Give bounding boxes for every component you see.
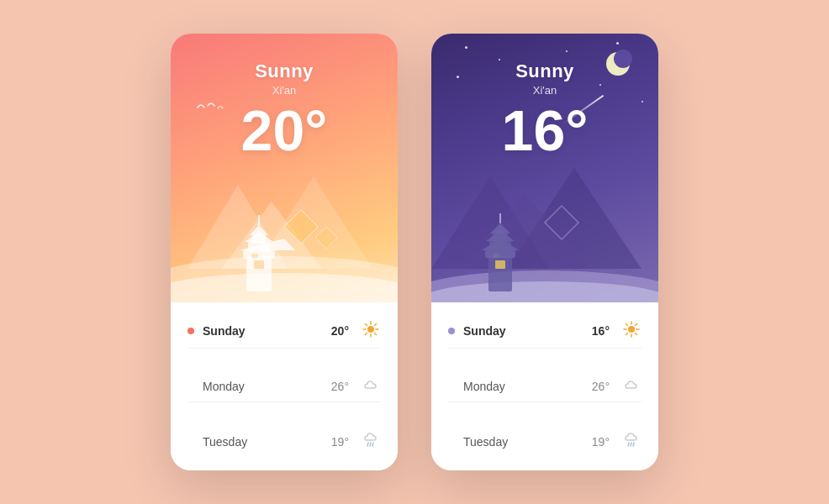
night-weather-label: Sunny — [515, 60, 574, 82]
night-forecast-row-sunday: Sunday 16° — [448, 314, 642, 349]
night-forecast-temp-tuesday: 19° — [592, 435, 610, 449]
svg-point-17 — [367, 326, 374, 333]
svg-line-58 — [633, 443, 634, 446]
svg-point-30 — [614, 50, 632, 68]
svg-line-57 — [631, 443, 631, 446]
day-forecast-row-tuesday: Tuesday 19° — [187, 425, 381, 459]
star-2 — [499, 59, 500, 60]
night-forecast-row-monday: Monday 26° — [448, 371, 642, 402]
day-forecast-day-tuesday: Tuesday — [203, 435, 331, 449]
night-dot-sunday — [448, 328, 455, 334]
night-dot-tuesday — [448, 438, 455, 445]
day-dot-monday — [187, 383, 194, 390]
night-forecast-day-monday: Monday — [463, 380, 592, 393]
day-forecast-icon-monday — [361, 378, 381, 395]
svg-rect-38 — [495, 260, 505, 269]
svg-rect-16 — [251, 254, 258, 258]
night-card-top: Sunny Xi'an 16° — [431, 34, 658, 302]
svg-rect-44 — [493, 234, 508, 242]
star-6 — [616, 42, 619, 45]
night-forecast-row-tuesday: Tuesday 19° — [448, 425, 642, 459]
star-7 — [642, 101, 643, 102]
svg-line-54 — [636, 323, 637, 325]
star-3 — [457, 76, 459, 78]
day-weather-label: Sunny — [255, 60, 314, 82]
svg-line-27 — [370, 443, 371, 446]
svg-line-22 — [366, 323, 367, 325]
night-city-label: Xi'an — [533, 84, 557, 97]
night-forecast-icon-tuesday — [621, 432, 642, 452]
star-1 — [465, 46, 467, 49]
day-forecast-temp-tuesday: 19° — [331, 435, 349, 449]
day-weather-card: Sunny Xi'an 20° — [171, 34, 398, 470]
svg-line-53 — [636, 333, 637, 334]
svg-line-55 — [626, 333, 628, 334]
star-5 — [599, 84, 601, 86]
night-forecast-icon-sunday — [621, 321, 642, 341]
svg-rect-42 — [489, 241, 511, 251]
svg-line-56 — [628, 443, 629, 446]
day-forecast-icon-sunday — [361, 321, 381, 341]
day-forecast-day-sunday: Sunday — [203, 324, 331, 338]
night-weather-card: Sunny Xi'an 16° — [431, 34, 658, 470]
svg-point-6 — [171, 273, 398, 302]
night-forecast-temp-sunday: 16° — [592, 324, 610, 338]
day-card-bottom: Sunday 20° Monday 26° — [171, 302, 398, 470]
svg-line-23 — [375, 333, 377, 334]
day-dot-sunday — [187, 328, 194, 334]
night-card-bottom: Sunday 16° Monday 26° — [431, 302, 658, 470]
night-dot-monday — [448, 383, 455, 390]
svg-line-52 — [626, 323, 628, 325]
night-forecast-icon-monday — [621, 378, 642, 395]
moon-icon — [603, 49, 633, 79]
svg-line-26 — [367, 443, 368, 446]
day-forecast-row-sunday: Sunday 20° — [187, 314, 381, 349]
day-card-top: Sunny Xi'an 20° — [171, 34, 398, 302]
svg-line-28 — [372, 443, 373, 446]
svg-rect-40 — [485, 250, 515, 258]
svg-point-47 — [628, 326, 635, 333]
night-temp-label: 16° — [502, 102, 589, 159]
birds-icon — [196, 101, 230, 118]
night-forecast-day-tuesday: Tuesday — [463, 435, 592, 449]
day-forecast-row-monday: Monday 26° — [187, 371, 381, 402]
day-forecast-temp-sunday: 20° — [331, 324, 349, 338]
svg-line-25 — [366, 333, 367, 334]
day-dot-tuesday — [187, 438, 194, 445]
day-forecast-temp-monday: 26° — [331, 380, 349, 393]
day-forecast-icon-tuesday — [361, 432, 381, 452]
svg-rect-15 — [254, 260, 264, 269]
night-forecast-temp-monday: 26° — [592, 380, 610, 393]
night-forecast-day-sunday: Sunday — [463, 324, 592, 338]
svg-rect-12 — [252, 235, 266, 244]
star-4 — [566, 50, 568, 52]
day-forecast-day-monday: Monday — [203, 380, 331, 393]
svg-line-24 — [375, 323, 377, 325]
day-temp-label: 20° — [241, 102, 328, 159]
day-city-label: Xi'an — [272, 84, 297, 97]
